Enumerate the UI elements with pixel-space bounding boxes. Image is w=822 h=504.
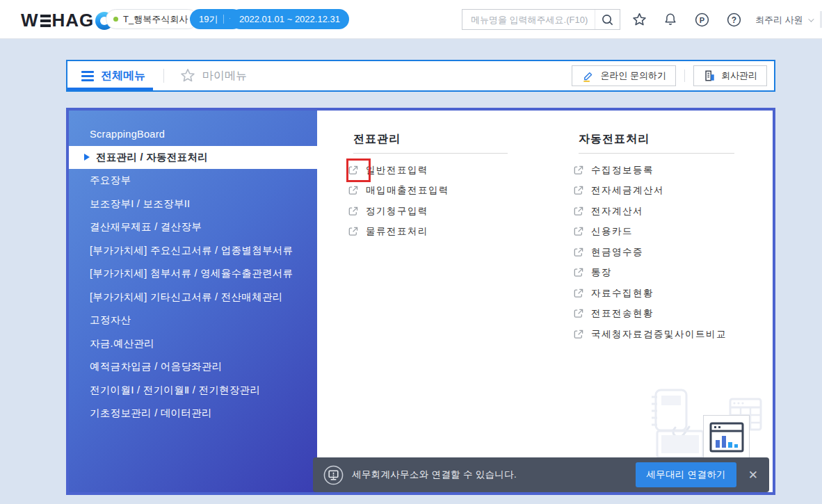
menu-link-purchase-sales-voucher-entry[interactable]: 매입매출전표입력 bbox=[348, 181, 508, 202]
menu-link-label: 전표전송현황 bbox=[591, 307, 654, 320]
menu-link-label: 자료수집현황 bbox=[591, 287, 654, 300]
sidebar-item-closing-statements[interactable]: 결산재무제표 / 결산장부 bbox=[69, 216, 317, 239]
tab-my-menu-label: 마이메뉴 bbox=[202, 69, 247, 83]
menu-search bbox=[462, 9, 620, 30]
menu-link-label: 국세청자료검증및사이트비교 bbox=[591, 328, 727, 341]
bar-chart-window-icon bbox=[709, 422, 744, 453]
menu-link-electronic-tax-invoice[interactable]: 전자세금계산서 bbox=[573, 181, 734, 202]
search-input[interactable] bbox=[462, 15, 595, 25]
menu-link-label: 현금영수증 bbox=[591, 246, 643, 259]
svg-text:P: P bbox=[699, 15, 704, 24]
tab-all-menu-label: 전체메뉴 bbox=[101, 69, 145, 83]
help-icon[interactable]: ? bbox=[725, 11, 742, 28]
menu-link-data-collection-status[interactable]: 자료수집현황 bbox=[573, 283, 734, 304]
menu-link-credit-card[interactable]: 신용카드 bbox=[573, 222, 734, 243]
tab-my-menu[interactable]: 마이메뉴 bbox=[164, 67, 262, 84]
category-sidebar: ScrappingBoard 전표관리 / 자동전표처리 주요장부 보조장부I … bbox=[69, 111, 317, 492]
menu-link-bank-account[interactable]: 통장 bbox=[573, 263, 734, 284]
sidebar-item-vat-other-docs[interactable]: [부가가치세] 기타신고서류 / 전산매체관리 bbox=[69, 286, 317, 309]
external-link-icon bbox=[573, 185, 584, 196]
menu-link-logistics-voucher-processing[interactable]: 물류전표처리 bbox=[348, 222, 508, 243]
search-icon[interactable] bbox=[595, 10, 620, 29]
menu-link-collection-info-registration[interactable]: 수집정보등록 bbox=[573, 160, 734, 181]
menu-link-label: 정기청구입력 bbox=[366, 205, 428, 218]
section-voucher-management: 전표관리 일반전표입력 매입매출전표입력 정기청구입력 물류전표처리 bbox=[348, 132, 508, 242]
menu-link-cash-receipt[interactable]: 현금영수증 bbox=[573, 242, 734, 263]
logo-letter-w: W bbox=[21, 10, 39, 31]
fiscal-period-value: 19기 bbox=[199, 13, 218, 26]
user-menu[interactable]: 최주리 사원 bbox=[755, 14, 812, 26]
my-menu-star-icon bbox=[179, 67, 196, 84]
pencil-icon bbox=[581, 70, 595, 83]
external-link-icon bbox=[573, 288, 584, 299]
menu-link-recurring-billing-entry[interactable]: 정기청구입력 bbox=[348, 201, 508, 222]
menu-link-label: 전자계산서 bbox=[591, 205, 643, 218]
hamburger-icon bbox=[81, 71, 94, 81]
online-inquiry-label: 온라인 문의하기 bbox=[600, 70, 666, 82]
sidebar-item-label: [부가가치세] 주요신고서류 / 업종별첨부서류 bbox=[90, 244, 293, 257]
tax-agent-connect-button[interactable]: 세무대리 연결하기 bbox=[636, 462, 736, 487]
sidebar-item-label: 자금.예산관리 bbox=[90, 337, 154, 350]
company-management-label: 회사관리 bbox=[721, 70, 757, 82]
online-inquiry-button[interactable]: 온라인 문의하기 bbox=[572, 65, 676, 86]
menu-link-general-voucher-entry[interactable]: 일반전표입력 bbox=[348, 160, 508, 181]
logo-e-bars-icon bbox=[40, 15, 51, 27]
menu-link-label: 일반전표입력 bbox=[366, 164, 428, 177]
pill-divider bbox=[223, 15, 224, 24]
section-divider bbox=[353, 153, 508, 154]
sidebar-item-label: 결산재무제표 / 결산장부 bbox=[90, 220, 202, 234]
sidebar-item-vat-main-docs[interactable]: [부가가치세] 주요신고서류 / 업종별첨부서류 bbox=[69, 239, 317, 263]
date-range-selector[interactable]: 2022.01.01 ~ 2022.12.31 bbox=[230, 9, 349, 29]
points-p-icon[interactable]: P bbox=[693, 11, 710, 28]
menu-link-label: 전자세금계산서 bbox=[591, 184, 664, 197]
banner-close-icon[interactable]: ✕ bbox=[748, 469, 758, 481]
sidebar-item-label: 예적금차입금 / 어음당좌관리 bbox=[90, 360, 223, 373]
chart-card-illustration bbox=[703, 415, 750, 460]
company-management-button[interactable]: 회사관리 bbox=[693, 65, 767, 86]
sidebar-item-label: 기초정보관리 / 데이터관리 bbox=[90, 407, 212, 420]
wehago-logo[interactable]: W HAG bbox=[21, 10, 113, 31]
sidebar-item-fixed-assets[interactable]: 고정자산 bbox=[69, 309, 317, 332]
sidebar-item-label: [부가가치세] 기타신고서류 / 전산매체관리 bbox=[90, 291, 283, 304]
sidebar-item-deposits-notes[interactable]: 예적금차입금 / 어음당좌관리 bbox=[69, 355, 317, 379]
sidebar-item-voucher-management[interactable]: 전표관리 / 자동전표처리 bbox=[69, 146, 317, 170]
menu-link-label: 통장 bbox=[591, 266, 612, 279]
company-status-dot bbox=[113, 17, 118, 22]
external-link-icon bbox=[573, 329, 584, 340]
menu-link-label: 물류전표처리 bbox=[366, 225, 428, 238]
user-name: 최주리 사원 bbox=[755, 14, 803, 26]
sidebar-item-label: ScrappingBoard bbox=[90, 129, 165, 140]
menu-link-label: 수집정보등록 bbox=[591, 164, 654, 177]
menu-link-electronic-invoice[interactable]: 전자계산서 bbox=[573, 201, 734, 222]
sidebar-item-funds-budget[interactable]: 자금.예산관리 bbox=[69, 332, 317, 356]
top-header: W HAG T_행복주식회사 19기 2022.01.01 ~ 2022.12.… bbox=[0, 0, 822, 39]
external-link-icon bbox=[348, 206, 359, 217]
sidebar-item-vat-attachments[interactable]: [부가가치세] 첨부서류 / 영세율수출관련서류 bbox=[69, 262, 317, 286]
external-link-icon bbox=[348, 165, 359, 176]
tab-all-menu[interactable]: 전체메뉴 bbox=[67, 61, 163, 90]
sidebar-item-scrappingboard[interactable]: ScrappingBoard bbox=[69, 122, 317, 146]
sidebar-item-carryforward[interactable]: 전기이월Ⅰ / 전기이월Ⅱ / 전기현장관리 bbox=[69, 379, 317, 403]
banner-message: 세무회계사무소와 연결할 수 있습니다. bbox=[352, 469, 517, 481]
active-tab-underline bbox=[67, 88, 153, 90]
section-title: 자동전표처리 bbox=[579, 132, 734, 147]
menu-link-voucher-transmission-status[interactable]: 전표전송현황 bbox=[573, 304, 734, 325]
button-divider bbox=[684, 70, 685, 82]
external-link-icon bbox=[348, 226, 359, 237]
sidebar-item-sub-ledgers[interactable]: 보조장부I / 보조장부II bbox=[69, 193, 317, 216]
section-title: 전표관리 bbox=[353, 132, 508, 147]
building-icon bbox=[703, 70, 716, 82]
section-auto-voucher-processing: 자동전표처리 수집정보등록 전자세금계산서 전자계산서 신용카드 현금영수증 bbox=[573, 132, 734, 345]
section-divider bbox=[579, 153, 734, 154]
menu-link-nts-data-verification[interactable]: 국세청자료검증및사이트비교 bbox=[573, 324, 734, 345]
notifications-bell-icon[interactable] bbox=[662, 11, 679, 28]
sidebar-item-main-ledgers[interactable]: 주요장부 bbox=[69, 169, 317, 193]
sidebar-item-basic-info-data[interactable]: 기초정보관리 / 데이터관리 bbox=[69, 402, 317, 425]
sidebar-item-label: 전표관리 / 자동전표처리 bbox=[96, 151, 208, 164]
logo-letters-hag: HAG bbox=[52, 10, 95, 31]
company-selector[interactable]: T_행복주식회사 bbox=[106, 9, 198, 29]
external-link-icon bbox=[573, 247, 584, 258]
chevron-down-icon bbox=[808, 16, 814, 22]
favorites-star-icon[interactable] bbox=[631, 11, 647, 28]
external-link-icon bbox=[573, 226, 584, 237]
